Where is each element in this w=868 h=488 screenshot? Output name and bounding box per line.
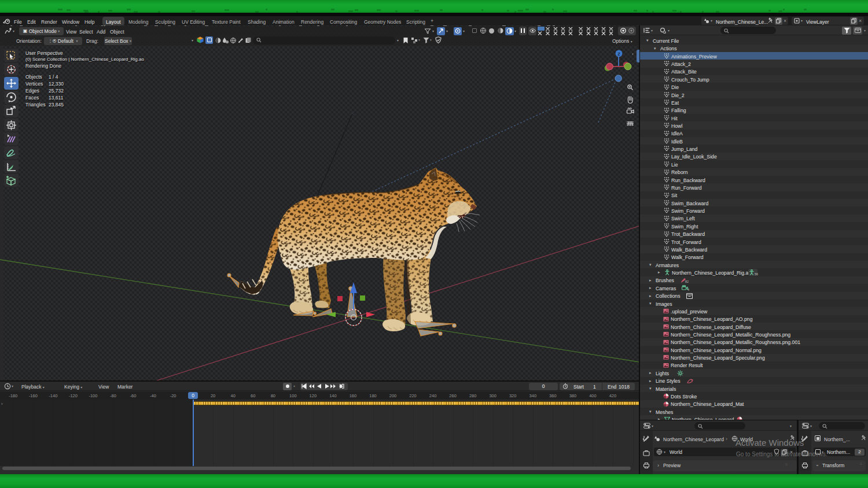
svg-text:Z: Z (617, 51, 620, 57)
svg-text:‹: ‹ (632, 51, 634, 57)
